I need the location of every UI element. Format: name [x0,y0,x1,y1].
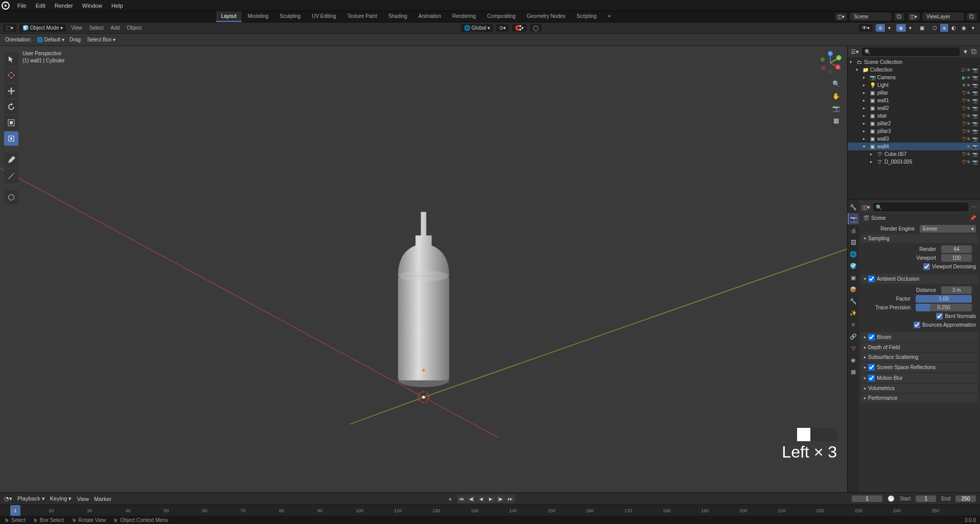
proptab-viewlayer[interactable]: 🖼 [848,237,859,248]
proptab-scene[interactable]: 🌐 [848,248,859,260]
proptab-object[interactable]: 📦 [848,284,859,295]
shade-solid[interactable]: ● [940,24,949,32]
tool-addcube[interactable] [4,190,18,204]
tab-modeling[interactable]: Modeling [243,11,274,22]
shade-material[interactable]: ◐ [949,24,959,32]
header-add[interactable]: Add [109,24,122,32]
tool-scale[interactable] [4,116,18,130]
ao-enable-checkbox[interactable] [868,276,875,282]
proptab-physics[interactable]: ⚛ [848,319,859,330]
tree-scene-collection[interactable]: ▾🗀 Scene Collection [848,58,980,66]
tree-item-wall1[interactable]: ▸▣wall1▽👁 📷 [848,97,980,104]
panel-volumetrics[interactable]: ▸Volumetrics [861,384,978,393]
tab-uvediting[interactable]: UV Editing [307,11,341,22]
tree-item-pillar[interactable]: ▸▣pillar▽👁 📷 [848,89,980,97]
tab-shading[interactable]: Shading [383,11,412,22]
menu-file[interactable]: File [13,1,31,10]
jump-start-icon[interactable]: ⏮ [457,495,466,503]
gizmo-toggle[interactable]: ⊕▾ [876,24,893,32]
bent-normals-checkbox[interactable] [936,313,943,320]
viewport-denoising-checkbox[interactable] [923,263,930,270]
viewlayer-name-input[interactable] [923,13,964,20]
end-frame-input[interactable] [955,495,976,502]
proptab-constraints[interactable]: 🔗 [848,331,859,342]
tree-item-d0003005[interactable]: ▸▽D_0003.005▽👁 📷 [848,158,980,166]
outliner-type-icon[interactable]: ☰▾ [851,49,859,55]
drag-value[interactable]: Select Box ▾ [87,37,115,42]
visibility-icon[interactable]: 👁▾ [859,24,873,32]
viewport-3d[interactable]: Options ▾ User Perspective (1) wall1 | C… [0,46,847,492]
proptab-data[interactable]: ▽ [848,343,859,354]
tab-scripting[interactable]: Scripting [572,11,602,22]
panel-depth-of-field[interactable]: ▸Depth of Field [861,343,978,352]
shade-options[interactable]: ▾ [969,24,977,32]
autokey-icon[interactable]: ● [449,496,452,502]
proptab-particles[interactable]: ✨ [848,307,859,318]
tree-item-camera[interactable]: ▸📷Camera▶👁 📷 [848,74,980,81]
tool-transform[interactable] [4,131,18,146]
ao-distance-input[interactable]: 3 m [941,286,972,294]
tab-animation[interactable]: Animation [413,11,446,22]
scene-name-input[interactable] [850,13,891,20]
play-reverse-icon[interactable]: ◀ [477,495,486,503]
ao-factor-slider[interactable]: 1.00 [916,295,972,303]
panel-motion-blur[interactable]: ▸Motion Blur [861,373,978,383]
menu-render[interactable]: Render [51,1,77,10]
scene-browse-icon[interactable]: ◫▾ [835,13,847,20]
proptab-modifiers[interactable]: 🔧 [848,295,859,307]
proptab-texture[interactable]: ▦ [848,366,859,377]
proptab-collection[interactable]: ▣ [848,272,859,283]
sampling-viewport-input[interactable]: 100 [941,254,972,262]
header-select[interactable]: Select [87,24,106,32]
tree-item-wall3[interactable]: ▸▣wall3▽👁 📷 [848,135,980,143]
outliner-search[interactable] [862,48,960,56]
tab-rendering[interactable]: Rendering [447,11,481,22]
timeline-track[interactable]: 1 10203040506070809010011012013014015016… [0,505,980,516]
panel-screen-space-reflections[interactable]: ▸Screen Space Reflections [861,362,978,372]
proportional-icon[interactable]: ◯ [530,24,542,32]
properties-search[interactable] [873,203,968,211]
camera-view-icon[interactable]: 📷 [831,103,841,113]
tree-item-light[interactable]: ▸💡Light☀👁 📷 [848,81,980,89]
tab-geometrynodes[interactable]: Geometry Nodes [522,11,571,22]
tree-item-wall4[interactable]: ▾▣wall4👁 📷 [848,143,980,150]
keyframe-next-icon[interactable]: |▶ [496,495,505,503]
timeline-view[interactable]: View [77,496,89,502]
mode-dropdown[interactable]: 🧊 Object Mode ▾ [19,24,66,32]
tool-annotate[interactable] [4,153,18,167]
proptab-render[interactable]: 📷 [848,213,859,224]
panel-sampling[interactable]: ▾Sampling [861,234,978,243]
tab-texturepaint[interactable]: Texture Paint [342,11,382,22]
timeline-marker[interactable]: Marker [94,496,111,502]
tree-item-stair[interactable]: ▸▣stair▽👁 📷 [848,112,980,120]
pin-icon[interactable]: 📌 [970,215,976,221]
tool-rotate[interactable] [4,100,18,114]
tab-compositing[interactable]: Compositing [482,11,521,22]
tab-layout[interactable]: Layout [216,11,242,22]
tool-move[interactable] [4,84,18,98]
panel-subsurface-scattering[interactable]: ▸Subsurface Scattering [861,353,978,361]
header-object[interactable]: Object [125,24,144,32]
header-view[interactable]: View [69,24,84,32]
preview-range-icon[interactable]: 🕐 [888,495,895,502]
keyframe-prev-icon[interactable]: ◀| [467,495,476,503]
sampling-render-input[interactable]: 64 [941,245,972,253]
prop-type-icon[interactable]: ◫▾ [862,204,870,211]
tool-measure[interactable] [4,169,18,183]
xray-icon[interactable]: ▣ [917,24,927,32]
overlay-toggle[interactable]: ◉▾ [896,24,914,32]
tool-cursor[interactable] [4,68,18,82]
tree-collection[interactable]: ▾📁 Collection ☑ 👁 📷 [848,66,980,74]
orientation-value[interactable]: 🌐 Default ▾ [37,37,64,42]
perspective-icon[interactable]: ▦ [831,116,841,126]
proptab-output[interactable]: 🖨 [848,225,859,236]
proptab-material[interactable]: ◉ [848,354,859,366]
tree-item-pillar2[interactable]: ▸▣pillar2▽👁 📷 [848,120,980,127]
menu-help[interactable]: Help [107,1,127,10]
viewport-canvas[interactable] [0,46,847,492]
menu-edit[interactable]: Edit [32,1,50,10]
shade-wireframe[interactable]: ⬡ [930,24,940,32]
prop-options-icon[interactable]: ⋯ [971,204,977,211]
shade-rendered[interactable]: ◉ [959,24,969,32]
timeline-keying[interactable]: Keying ▾ [50,495,72,502]
